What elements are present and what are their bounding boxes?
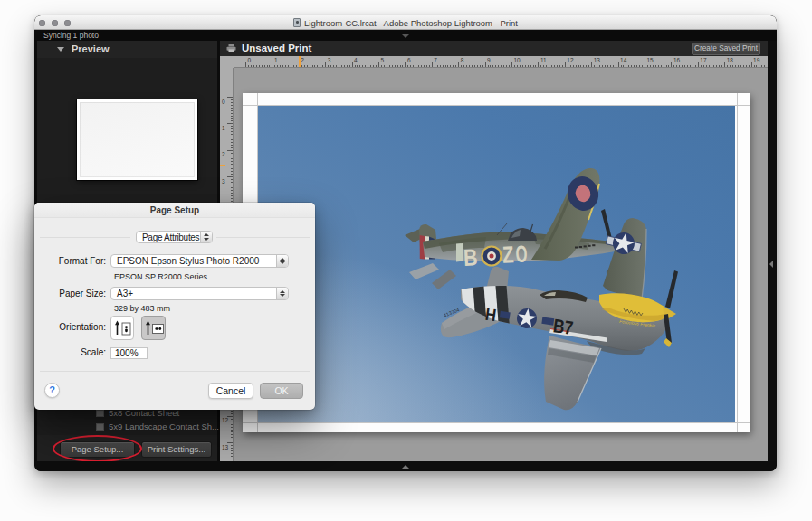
svg-text:B: B <box>463 243 478 271</box>
svg-text:O: O <box>515 240 529 268</box>
svg-text:B7: B7 <box>552 315 575 338</box>
svg-text:Z: Z <box>502 241 514 269</box>
